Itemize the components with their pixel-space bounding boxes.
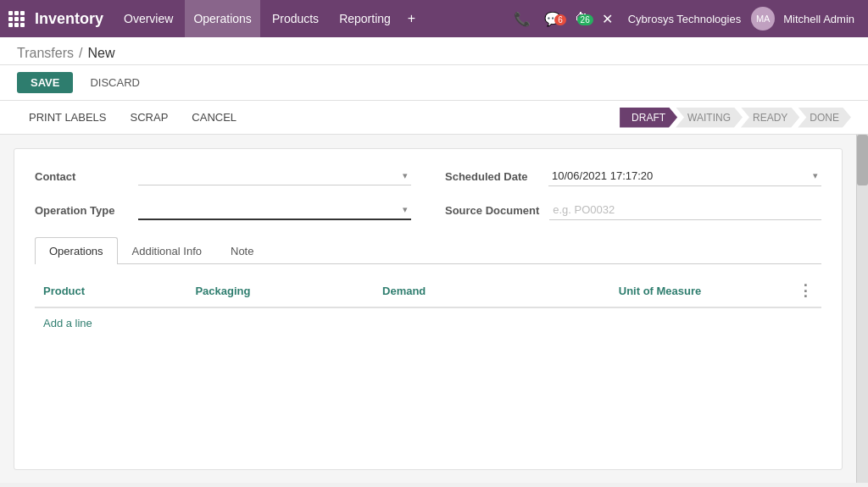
- add-line-link[interactable]: Add a line: [35, 308, 101, 338]
- col-options: ⋮: [789, 274, 821, 307]
- status-done[interactable]: DONE: [798, 108, 851, 128]
- discard-button[interactable]: DISCARD: [80, 72, 150, 93]
- phone-icon[interactable]: 📞: [509, 11, 536, 27]
- add-line-row: Add a line: [35, 307, 821, 338]
- nav-products[interactable]: Products: [264, 0, 327, 37]
- chat-icon[interactable]: 💬 6: [539, 11, 566, 27]
- page-content: Contact ▾ Scheduled Date 10/06/2021 17:1…: [0, 135, 868, 483]
- source-document-placeholder: e.g. PO0032: [553, 203, 615, 216]
- breadcrumb-current: New: [87, 46, 114, 61]
- cancel-button[interactable]: CANCEL: [180, 106, 248, 129]
- company-name: Cybrosys Technologies: [621, 13, 748, 25]
- contact-group: Contact ▾: [35, 166, 411, 186]
- table-header-row: Product Packaging Demand Unit of Measure…: [35, 274, 821, 307]
- action-bar: PRINT LABELS SCRAP CANCEL DRAFT WAITING …: [0, 101, 868, 135]
- app-logo[interactable]: Inventory: [8, 10, 103, 28]
- avatar[interactable]: MA: [751, 7, 775, 30]
- source-document-input[interactable]: e.g. PO0032: [549, 200, 821, 220]
- status-ready[interactable]: READY: [741, 108, 799, 128]
- operation-type-group: Operation Type ▾: [35, 200, 411, 220]
- scheduled-date-dropdown-arrow: ▾: [813, 170, 818, 181]
- breadcrumb: Transfers / New: [0, 37, 868, 65]
- operation-type-dropdown-arrow: ▾: [403, 204, 408, 215]
- scrap-button[interactable]: SCRAP: [119, 106, 181, 129]
- grid-icon: [8, 11, 25, 27]
- tab-additional-info[interactable]: Additional Info: [118, 237, 216, 264]
- status-bar: DRAFT WAITING READY DONE: [621, 108, 851, 128]
- scrollbar-thumb[interactable]: [857, 135, 868, 185]
- tabs-row: Operations Additional Info Note: [35, 237, 821, 264]
- tab-note[interactable]: Note: [216, 237, 268, 264]
- scheduled-date-label: Scheduled Date: [445, 170, 538, 183]
- scheduled-date-group: Scheduled Date 10/06/2021 17:17:20 ▾: [445, 166, 821, 186]
- products-table: Product Packaging Demand Unit of Measure…: [35, 274, 821, 338]
- activity-badge: 26: [577, 14, 593, 25]
- user-name: Mitchell Admin: [778, 13, 860, 25]
- status-waiting[interactable]: WAITING: [676, 108, 743, 128]
- scheduled-date-input[interactable]: 10/06/2021 17:17:20 ▾: [548, 166, 821, 186]
- contact-dropdown-arrow: ▾: [403, 170, 408, 181]
- operation-type-label: Operation Type: [35, 204, 128, 217]
- form-row-2: Operation Type ▾ Source Document e.g. PO…: [35, 200, 821, 220]
- nav-overview[interactable]: Overview: [115, 0, 181, 37]
- form-card: Contact ▾ Scheduled Date 10/06/2021 17:1…: [14, 148, 843, 470]
- contact-label: Contact: [35, 170, 128, 183]
- chat-badge: 6: [554, 14, 566, 25]
- col-packaging: Packaging: [186, 274, 374, 307]
- activity-icon[interactable]: ⏱ 26: [570, 11, 593, 26]
- nav-operations[interactable]: Operations: [185, 0, 259, 37]
- settings-icon[interactable]: ✕: [597, 11, 618, 27]
- source-document-group: Source Document e.g. PO0032: [445, 200, 821, 220]
- col-demand: Demand: [374, 274, 531, 307]
- table-options-icon[interactable]: ⋮: [798, 282, 813, 299]
- main-area: Contact ▾ Scheduled Date 10/06/2021 17:1…: [0, 135, 856, 483]
- tab-operations[interactable]: Operations: [35, 237, 118, 264]
- print-labels-button[interactable]: PRINT LABELS: [17, 106, 119, 129]
- col-unit-of-measure: Unit of Measure: [531, 274, 789, 307]
- toolbar: SAVE DISCARD: [0, 65, 868, 101]
- form-row-1: Contact ▾ Scheduled Date 10/06/2021 17:1…: [35, 166, 821, 186]
- scrollbar-track[interactable]: [856, 135, 868, 483]
- nav-reporting[interactable]: Reporting: [331, 0, 399, 37]
- operation-type-input[interactable]: ▾: [138, 201, 411, 220]
- contact-input[interactable]: ▾: [138, 167, 411, 185]
- save-button[interactable]: SAVE: [17, 72, 73, 93]
- breadcrumb-separator: /: [79, 46, 82, 61]
- top-navigation: Inventory Overview Operations Products R…: [0, 0, 868, 37]
- add-icon[interactable]: +: [403, 11, 420, 26]
- breadcrumb-parent[interactable]: Transfers: [17, 46, 74, 61]
- scheduled-date-value: 10/06/2021 17:17:20: [552, 169, 653, 182]
- app-title: Inventory: [35, 10, 103, 28]
- status-draft[interactable]: DRAFT: [620, 108, 677, 128]
- col-product: Product: [35, 274, 186, 307]
- source-document-label: Source Document: [445, 204, 539, 217]
